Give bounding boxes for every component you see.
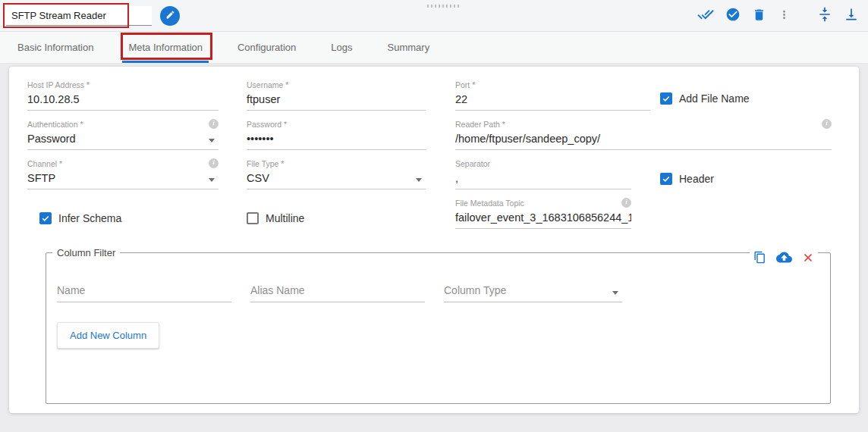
add-file-name-checkbox[interactable]: Add File Name <box>660 92 750 105</box>
field-label: Password * <box>247 120 426 129</box>
component-title-wrap <box>6 6 152 26</box>
field-label: Channel * <box>27 159 219 168</box>
add-new-column-button[interactable]: Add New Column <box>57 322 159 349</box>
copy-button[interactable] <box>753 251 766 267</box>
column-filter-section: Column Filter <box>46 247 831 404</box>
checkbox-label: Header <box>679 173 714 185</box>
reader-path-field[interactable]: Reader Path * /home/ftpuser/sandeep_copy… <box>455 120 832 150</box>
field-value: ••••••• <box>247 131 426 150</box>
tab-configuration[interactable]: Configuration <box>237 32 296 63</box>
column-filter-row: Column Type <box>57 281 830 302</box>
field-label: Authentication * <box>27 120 219 129</box>
checkbox-label: Infer Schema <box>58 212 121 224</box>
info-icon[interactable] <box>621 198 631 208</box>
file-type-select[interactable]: File Type * CSV <box>247 159 426 189</box>
file-metadata-topic-field[interactable]: File Metadata Topic failover_event_3_168… <box>455 199 631 229</box>
channel-select[interactable]: Channel * SFTP <box>27 159 219 189</box>
field-value: failover_event_3_1683106856244_178 <box>455 210 631 229</box>
field-label: File Metadata Topic <box>455 199 631 208</box>
toolbar-actions <box>697 0 859 32</box>
column-name-input[interactable] <box>57 281 231 302</box>
delete-button[interactable] <box>752 8 766 25</box>
save-button[interactable] <box>725 7 741 25</box>
align-bottom-button[interactable] <box>844 7 859 25</box>
field-label: File Type * <box>247 159 426 168</box>
tab-bar: Basic Information Meta Information Confi… <box>0 32 868 64</box>
info-icon[interactable] <box>209 119 219 129</box>
sftp-stream-reader-page: Basic Information Meta Information Confi… <box>0 0 868 432</box>
kebab-menu-icon <box>778 8 791 24</box>
check-circle-icon <box>725 7 741 25</box>
checkbox-box[interactable] <box>247 212 259 224</box>
align-center-button[interactable] <box>817 7 832 25</box>
field-value: ftpuser <box>247 92 426 111</box>
field-label: Reader Path * <box>455 120 832 129</box>
validate-all-button[interactable] <box>697 6 714 26</box>
header-checkbox[interactable]: Header <box>660 173 714 185</box>
field-label: Port * <box>455 80 650 89</box>
info-icon[interactable] <box>209 158 219 168</box>
tab-summary[interactable]: Summary <box>388 32 430 63</box>
pencil-icon <box>165 9 175 23</box>
checkbox-box[interactable] <box>660 92 672 105</box>
field-value: /home/ftpuser/sandeep_copy/ <box>455 131 832 150</box>
checkbox-label: Add File Name <box>679 92 750 105</box>
copy-icon <box>753 251 766 267</box>
tab-logs[interactable]: Logs <box>331 32 352 63</box>
chevron-down-icon[interactable] <box>416 178 422 182</box>
checkbox-box[interactable] <box>39 212 52 224</box>
field-value: 22 <box>455 92 650 111</box>
drag-handle[interactable] <box>427 5 459 8</box>
field-value: SFTP <box>27 171 219 189</box>
chevron-down-icon[interactable] <box>612 291 618 295</box>
tab-basic-information[interactable]: Basic Information <box>17 32 93 63</box>
field-label: Host IP Address * <box>27 80 219 89</box>
info-icon[interactable] <box>822 119 832 129</box>
tab-meta-information[interactable]: Meta Information <box>128 32 203 63</box>
column-type-select[interactable]: Column Type <box>444 281 622 302</box>
alias-name-input[interactable] <box>250 281 425 302</box>
column-filter-legend: Column Filter <box>52 247 120 258</box>
select-placeholder: Column Type <box>444 284 506 296</box>
chevron-down-icon[interactable] <box>209 139 215 142</box>
more-options-button[interactable] <box>778 8 791 24</box>
close-icon <box>802 252 814 267</box>
host-ip-field[interactable]: Host IP Address * 10.10.28.5 <box>27 80 219 111</box>
checkbox-box[interactable] <box>660 173 672 185</box>
field-value: 10.10.28.5 <box>27 92 219 111</box>
port-field[interactable]: Port * 22 <box>455 80 650 111</box>
cloud-upload-icon <box>776 249 792 268</box>
vertical-align-bottom-icon <box>844 7 859 25</box>
multiline-checkbox[interactable]: Multiline <box>247 212 304 224</box>
meta-information-panel: Host IP Address * 10.10.28.5 Username * … <box>9 67 859 413</box>
checkbox-label: Multiline <box>266 212 304 224</box>
edit-title-button[interactable] <box>160 6 180 26</box>
field-label: Separator <box>455 159 631 168</box>
remove-section-button[interactable] <box>802 252 814 267</box>
upload-button[interactable] <box>776 249 792 268</box>
chevron-down-icon[interactable] <box>209 178 215 182</box>
field-value: , <box>455 171 631 189</box>
field-label: Username * <box>247 80 426 89</box>
column-filter-actions <box>750 249 818 268</box>
top-toolbar <box>0 0 868 32</box>
separator-field[interactable]: Separator , <box>455 159 631 189</box>
password-field[interactable]: Password * ••••••• <box>247 120 426 150</box>
component-title-input[interactable] <box>6 6 152 26</box>
authentication-select[interactable]: Authentication * Password <box>27 120 219 150</box>
trash-icon <box>752 8 766 25</box>
double-check-icon <box>697 6 714 26</box>
vertical-align-center-icon <box>817 7 832 25</box>
field-value: CSV <box>247 171 426 189</box>
username-field[interactable]: Username * ftpuser <box>247 80 426 111</box>
infer-schema-checkbox[interactable]: Infer Schema <box>39 212 121 224</box>
field-value: Password <box>27 131 219 150</box>
